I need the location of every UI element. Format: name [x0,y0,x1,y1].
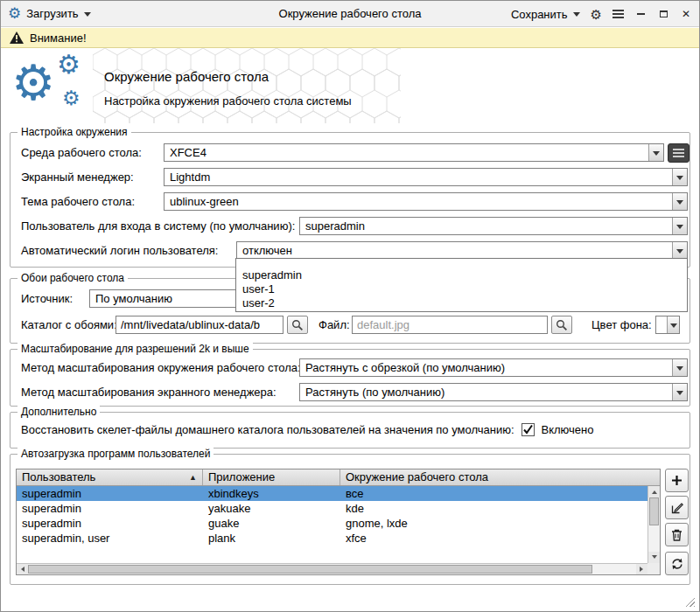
wallpaper-file-label: Файл: [318,316,350,334]
chevron-down-icon [573,12,580,20]
close-button[interactable]: ✕ [680,7,692,21]
dropdown-option[interactable]: user-1 [236,282,687,296]
wallpaper-file-input[interactable] [352,316,548,334]
group-environment-legend: Настройка окружения [18,126,131,139]
scroll-right-button[interactable] [636,564,648,574]
vertical-scrollbar-thumb[interactable] [649,497,659,525]
trash-icon [670,528,683,542]
combo-arrow-button[interactable] [672,359,687,376]
minimize-icon [637,13,645,15]
list-icon [673,149,684,157]
wallpaper-dir-browse-button[interactable] [287,316,308,334]
warning-triangle-icon [10,31,24,44]
theme-combobox[interactable]: ublinux-green [164,192,688,211]
display-manager-label: Экранный менеджер: [21,168,134,186]
scroll-up-button[interactable] [648,486,660,497]
desktop-env-combobox[interactable]: XFCE4 [164,143,664,162]
refresh-button[interactable] [665,552,689,575]
pencil-icon [670,501,684,515]
warning-bar: Внимание! [1,28,699,48]
maximize-button[interactable] [657,7,669,21]
maximize-icon [660,10,668,17]
add-button[interactable] [665,469,689,492]
column-header-user[interactable]: Пользователь ▲ [17,469,203,485]
autologin-label: Автоматический логин пользователя: [21,241,218,260]
table-row[interactable]: superadmin xbindkeys все [17,486,660,501]
dropdown-option[interactable]: superadmin [236,268,687,282]
wallpaper-dir-input[interactable] [116,316,284,334]
combo-arrow-button[interactable] [672,242,687,259]
combobox-value: отключен [237,242,672,259]
group-scaling: Масштабирование для разрешений 2k и выше… [10,349,690,407]
magnifier-icon [556,319,568,331]
dm-scaling-label: Метод масштабирования экранного менеджер… [21,383,276,401]
minimize-button[interactable] [634,7,647,21]
desktop-env-extra-button[interactable] [668,143,690,163]
desktop-scaling-label: Метод масштабирования окружения рабочего… [21,358,301,377]
edit-button[interactable] [665,496,689,519]
table-header: Пользователь ▲ Приложение Окружение рабо… [17,469,660,486]
plus-icon [670,474,683,487]
login-user-label: Пользователь для входа в систему (по умо… [21,217,295,235]
group-autostart: Автозагрузка программ пользователей Поль… [10,454,690,585]
combobox-value: superadmin [300,218,672,234]
desktop-env-label: Среда рабочего стола: [21,143,142,162]
delete-button[interactable] [665,523,689,546]
horizontal-scrollbar[interactable] [17,563,648,574]
sort-ascending-icon: ▲ [189,469,197,485]
autostart-table: Пользователь ▲ Приложение Окружение рабо… [16,469,661,575]
settings-gear-icon[interactable]: ⚙ [591,8,602,21]
load-menu-button[interactable]: Загрузить [26,7,90,20]
group-autostart-legend: Автозагрузка программ пользователей [18,448,214,461]
menu-icon[interactable] [612,10,624,18]
vertical-scrollbar[interactable] [648,486,660,563]
page-title: Окружение рабочего стола [104,69,269,84]
display-manager-combobox[interactable]: Lightdm [164,168,688,186]
hexagon-pattern-decor [93,48,401,123]
skel-restore-label: Восстановить скелет-файлы домашнего ката… [21,423,514,436]
table-row[interactable]: superadmin, user plank xfce [17,531,660,546]
theme-label: Тема рабочего стола: [21,192,135,211]
horizontal-scrollbar-thumb[interactable] [28,565,592,574]
wallpaper-source-label: Источник: [21,289,73,308]
color-swatch [656,316,667,333]
group-additional: Дополнительно Восстановить скелет-файлы … [10,412,690,449]
scrollbar-corner [648,563,660,574]
column-header-app[interactable]: Приложение [203,469,340,485]
combo-arrow-button[interactable] [667,316,679,333]
skel-restore-checkbox[interactable] [522,423,535,436]
app-window: ⚙ Загрузить Окружение рабочего стола Сох… [0,0,700,612]
combo-arrow-button[interactable] [672,169,687,185]
wallpaper-file-browse-button[interactable] [551,316,572,334]
magnifier-icon [291,319,304,331]
group-scaling-legend: Масштабирование для разрешений 2k и выше [18,343,253,356]
autologin-combobox[interactable]: отключен [236,241,688,260]
autologin-dropdown-list: superadmin user-1 user-2 [235,258,688,312]
combo-arrow-button[interactable] [672,193,687,210]
table-row[interactable]: superadmin guake gnome, lxde [17,516,660,531]
app-logo-gears-icon: ⚙ ⚙ ⚙ [10,50,97,122]
combobox-value: Растянуть (по умолчанию) [300,384,672,400]
dropdown-option[interactable]: user-2 [236,296,687,310]
combo-arrow-button[interactable] [672,218,687,234]
background-color-picker[interactable] [655,316,680,334]
group-additional-legend: Дополнительно [18,406,100,419]
dm-scaling-combobox[interactable]: Растянуть (по умолчанию) [299,383,688,401]
combo-arrow-button[interactable] [672,384,687,400]
page-header: ⚙ ⚙ ⚙ Окружение рабочего стола Настройка… [1,48,699,123]
save-menu-button[interactable]: Сохранить [511,8,580,21]
app-gear-icon: ⚙ [8,6,21,21]
combobox-value: Растянуть с обрезкой (по умолчанию) [300,359,672,376]
scroll-down-button[interactable] [648,552,660,563]
combo-arrow-button[interactable] [648,144,663,161]
scroll-left-button[interactable] [17,564,28,574]
combobox-value: Lightdm [164,169,672,185]
resize-grip[interactable] [683,595,695,607]
desktop-scaling-combobox[interactable]: Растянуть с обрезкой (по умолчанию) [299,358,688,377]
combobox-value: XFCE4 [164,144,648,161]
check-icon [522,424,534,435]
login-user-combobox[interactable]: superadmin [299,217,688,235]
refresh-icon [670,557,684,571]
table-row[interactable]: superadmin yakuake kde [17,501,660,516]
column-header-env[interactable]: Окружение рабочего стола [340,469,660,485]
